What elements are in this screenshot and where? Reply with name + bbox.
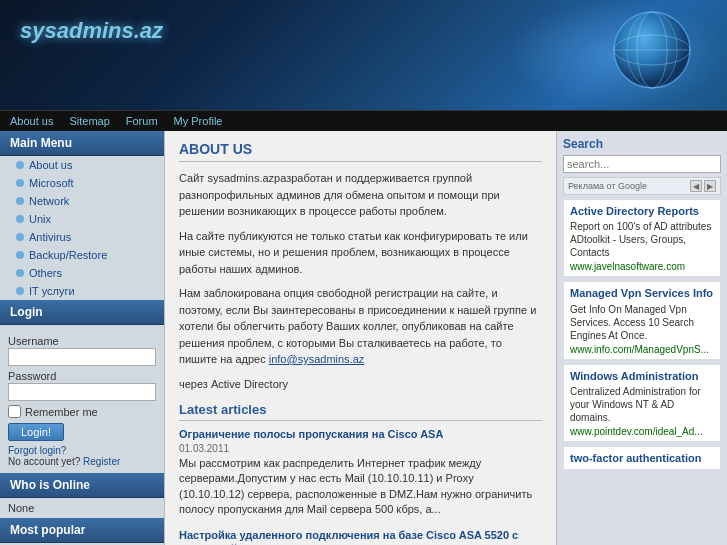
who-online-title: Who is Online: [0, 473, 164, 498]
online-count: None: [8, 502, 34, 514]
article-date-1: 01.03.2011: [179, 443, 542, 454]
username-input[interactable]: [8, 348, 156, 366]
about-paragraph-1: Сайт sysadmins.azразработан и поддержива…: [179, 170, 542, 220]
ad-prev-button[interactable]: ◀: [690, 180, 702, 192]
ad-url-3: www.pointdev.com/ideal_Ad...: [570, 426, 714, 437]
ad-item-3[interactable]: Windows Administration Centralized Admin…: [563, 364, 721, 442]
menu-link-microsoft[interactable]: Microsoft: [29, 177, 74, 189]
menu-link-network[interactable]: Network: [29, 195, 69, 207]
ad-next-button[interactable]: ▶: [704, 180, 716, 192]
menu-item-others[interactable]: Others: [0, 264, 164, 282]
ad-title-4: two-factor authentication: [570, 451, 714, 465]
username-label: Username: [8, 335, 156, 347]
article-item-2: Настройка удаленного подключения на базе…: [179, 528, 542, 545]
bullet-icon: [16, 269, 24, 277]
who-online-content: None: [0, 498, 164, 518]
ad-title-1: Active Directory Reports: [570, 204, 714, 218]
main-menu: About us Microsoft Network Unix Antiviru…: [0, 156, 164, 300]
about-us-title: ABOUT US: [179, 141, 542, 162]
nav-profile[interactable]: My Profile: [174, 115, 223, 127]
bullet-icon: [16, 197, 24, 205]
forgot-login-link[interactable]: Forgot login?: [8, 445, 66, 456]
nav-sitemap[interactable]: Sitemap: [69, 115, 109, 127]
bullet-icon: [16, 287, 24, 295]
password-label: Password: [8, 370, 156, 382]
ad-title-3: Windows Administration: [570, 369, 714, 383]
login-button[interactable]: Login!: [8, 423, 64, 441]
about-ad-text: через Active Directory: [179, 376, 542, 393]
search-input[interactable]: [563, 155, 721, 173]
no-account-text: No account yet?: [8, 456, 80, 467]
menu-item-microsoft[interactable]: Microsoft: [0, 174, 164, 192]
menu-item-about[interactable]: About us: [0, 156, 164, 174]
bullet-icon: [16, 233, 24, 241]
login-links: Forgot login? No account yet? Register: [8, 445, 156, 467]
ad-desc-1: Report on 100's of AD attributes ADtoolk…: [570, 220, 714, 259]
menu-item-backup[interactable]: Backup/Restore: [0, 246, 164, 264]
about-paragraph-2: На сайте публикуются не только статьи ка…: [179, 228, 542, 278]
login-section-title: Login: [0, 300, 164, 325]
menu-item-unix[interactable]: Unix: [0, 210, 164, 228]
latest-articles-title: Latest articles: [179, 402, 542, 421]
menu-link-about[interactable]: About us: [29, 159, 72, 171]
site-header: sysadmins.az: [0, 0, 727, 110]
globe-icon: [597, 5, 697, 105]
ad-nav-arrows: ◀ ▶: [690, 180, 716, 192]
right-sidebar: Search Реклама от Google ◀ ▶ Active Dire…: [557, 131, 727, 545]
bullet-icon: [16, 161, 24, 169]
password-input[interactable]: [8, 383, 156, 401]
nav-forum[interactable]: Forum: [126, 115, 158, 127]
nav-about[interactable]: About us: [10, 115, 53, 127]
remember-checkbox[interactable]: [8, 405, 21, 418]
main-menu-title: Main Menu: [0, 131, 164, 156]
ad-url-2: www.info.com/ManagedVpnS...: [570, 344, 714, 355]
menu-link-unix[interactable]: Unix: [29, 213, 51, 225]
menu-item-network[interactable]: Network: [0, 192, 164, 210]
google-ad-label: Реклама от Google: [568, 181, 647, 191]
bullet-icon: [16, 215, 24, 223]
nav-bar: About us Sitemap Forum My Profile: [0, 110, 727, 131]
menu-link-backup[interactable]: Backup/Restore: [29, 249, 107, 261]
about-paragraph-3: Нам заблокирована опция свободной регист…: [179, 285, 542, 368]
menu-link-antivirus[interactable]: Antivirus: [29, 231, 71, 243]
ad-item-2[interactable]: Managed Vpn Services Info Get Info On Ma…: [563, 281, 721, 359]
most-popular-title: Most popular: [0, 518, 164, 543]
article-link-1[interactable]: Ограничение полосы пропускания на Cisco …: [179, 428, 443, 440]
site-title: sysadmins.az: [20, 18, 163, 44]
ad-url-1: www.javelnasoftware.com: [570, 261, 714, 272]
article-link-2[interactable]: Настройка удаленного подключения на базе…: [179, 529, 518, 545]
ad-item-1[interactable]: Active Directory Reports Report on 100's…: [563, 199, 721, 277]
google-ad-bar: Реклама от Google ◀ ▶: [563, 177, 721, 195]
menu-link-others[interactable]: Others: [29, 267, 62, 279]
email-link[interactable]: info@sysadmins.az: [269, 353, 365, 365]
ad-item-4[interactable]: two-factor authentication: [563, 446, 721, 470]
article-excerpt-1: Мы рассмотрим как распределить Интернет …: [179, 456, 542, 518]
ad-title-2: Managed Vpn Services Info: [570, 286, 714, 300]
remember-label: Remember me: [25, 406, 98, 418]
search-title: Search: [563, 137, 721, 151]
login-form: Username Password Remember me Login! For…: [0, 325, 164, 473]
left-sidebar: Main Menu About us Microsoft Network Uni…: [0, 131, 165, 545]
ad-desc-2: Get Info On Managed Vpn Services. Access…: [570, 303, 714, 342]
ad-desc-3: Centralized Administration for your Wind…: [570, 385, 714, 424]
menu-item-it[interactable]: IT услуги: [0, 282, 164, 300]
bullet-icon: [16, 179, 24, 187]
remember-row: Remember me: [8, 405, 156, 418]
article-item-1: Ограничение полосы пропускания на Cisco …: [179, 427, 542, 518]
menu-link-it[interactable]: IT услуги: [29, 285, 75, 297]
menu-item-antivirus[interactable]: Antivirus: [0, 228, 164, 246]
main-layout: Main Menu About us Microsoft Network Uni…: [0, 131, 727, 545]
bullet-icon: [16, 251, 24, 259]
main-content: ABOUT US Сайт sysadmins.azразработан и п…: [165, 131, 557, 545]
register-link[interactable]: Register: [83, 456, 120, 467]
